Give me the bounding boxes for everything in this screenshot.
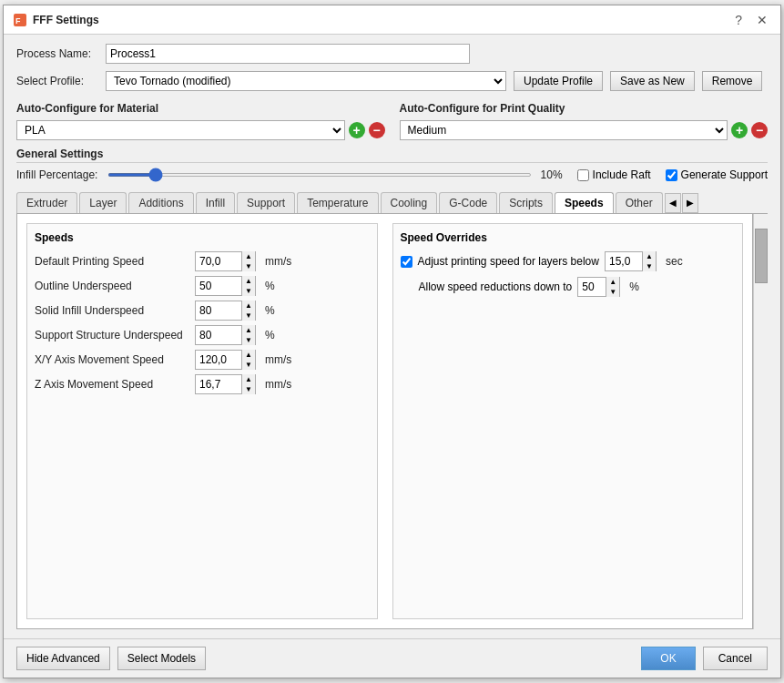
tab-gcode[interactable]: G-Code (439, 192, 497, 213)
tabs-bar: Extruder Layer Additions Infill Support … (16, 192, 768, 214)
tab-additions[interactable]: Additions (128, 192, 193, 213)
spin-up-2[interactable]: ▲ (242, 301, 255, 311)
speed-row-0: Default Printing Speed ▲ ▼ mm/s (35, 251, 370, 271)
overrides-panel: Speed Overrides Adjust printing speed fo… (392, 223, 744, 619)
help-button[interactable]: ? (731, 14, 746, 26)
speed-input-1[interactable] (196, 277, 241, 295)
tab-layer[interactable]: Layer (79, 192, 127, 213)
bottom-right-buttons: OK Cancel (641, 647, 768, 670)
material-remove-button[interactable]: − (369, 122, 385, 138)
speed-unit-5: mm/s (265, 378, 291, 391)
tab-prev-button[interactable]: ◀ (665, 193, 681, 213)
spin-up-0[interactable]: ▲ (242, 251, 255, 261)
scroll-thumb[interactable] (755, 229, 768, 283)
adjust-input[interactable] (606, 252, 642, 270)
adjust-unit: sec (666, 255, 683, 268)
tab-temperature[interactable]: Temperature (297, 192, 378, 213)
spin-up-4[interactable]: ▲ (242, 350, 255, 360)
speed-row-1: Outline Underspeed ▲ ▼ % (35, 276, 370, 296)
scrollbar[interactable] (753, 214, 768, 629)
tab-other[interactable]: Other (616, 192, 663, 213)
adjust-checkbox[interactable] (401, 256, 412, 268)
infill-row: Infill Percentage: 10% Include Raft Gene… (16, 168, 768, 181)
speed-input-wrap-2: ▲ ▼ (195, 301, 256, 321)
close-button[interactable]: ✕ (753, 14, 771, 26)
spin-down-3[interactable]: ▼ (242, 335, 255, 345)
auto-configure-row: Auto-Configure for Material PLA + − Auto… (16, 98, 768, 140)
generate-support-label: Generate Support (681, 168, 768, 181)
spin-down-0[interactable]: ▼ (242, 261, 255, 271)
allow-label: Allow speed reductions down to (419, 280, 573, 293)
tab-cooling[interactable]: Cooling (381, 192, 438, 213)
allow-spin: ▲ ▼ (606, 277, 619, 297)
overrides-title: Speed Overrides (401, 231, 736, 244)
adjust-spin-up[interactable]: ▲ (643, 251, 656, 261)
tab-extruder[interactable]: Extruder (16, 192, 77, 213)
spin-up-5[interactable]: ▲ (242, 374, 255, 384)
ok-button[interactable]: OK (641, 647, 695, 670)
dialog-title: FFF Settings (33, 14, 99, 26)
tab-speeds[interactable]: Speeds (555, 192, 614, 213)
quality-select[interactable]: Medium (400, 120, 728, 140)
speed-input-3[interactable] (196, 326, 241, 344)
spin-down-1[interactable]: ▼ (242, 286, 255, 296)
tab-next-button[interactable]: ▶ (682, 193, 698, 213)
material-select[interactable]: PLA (16, 120, 345, 140)
include-raft-checkbox[interactable] (577, 169, 589, 181)
allow-spin-down[interactable]: ▼ (606, 287, 619, 297)
material-add-button[interactable]: + (349, 122, 365, 138)
save-as-new-button[interactable]: Save as New (610, 71, 695, 91)
allow-input-wrap: ▲ ▼ (577, 277, 620, 297)
select-models-button[interactable]: Select Models (117, 647, 206, 670)
speed-input-2[interactable] (196, 301, 241, 320)
adjust-row: Adjust printing speed for layers below ▲… (401, 251, 736, 271)
spin-down-4[interactable]: ▼ (242, 360, 255, 370)
spin-up-3[interactable]: ▲ (242, 325, 255, 335)
speed-label-0: Default Printing Speed (35, 255, 189, 268)
process-name-input[interactable] (106, 44, 470, 64)
update-profile-button[interactable]: Update Profile (514, 71, 603, 91)
allow-spin-up[interactable]: ▲ (606, 277, 619, 287)
spin-down-5[interactable]: ▼ (242, 384, 255, 394)
quality-dropdown-row: Medium + − (400, 120, 769, 140)
remove-button[interactable]: Remove (702, 71, 763, 91)
spin-down-2[interactable]: ▼ (242, 311, 255, 321)
speed-input-0[interactable] (196, 252, 241, 270)
select-profile-row: Select Profile: Tevo Tornado (modified) … (16, 71, 768, 91)
adjust-spin-down[interactable]: ▼ (643, 261, 656, 271)
cancel-button[interactable]: Cancel (703, 647, 768, 670)
speed-row-3: Support Structure Underspeed ▲ ▼ % (35, 325, 370, 345)
tab-support[interactable]: Support (237, 192, 295, 213)
tab-infill[interactable]: Infill (196, 192, 235, 213)
spin-0: ▲ ▼ (241, 251, 255, 271)
profile-select[interactable]: Tevo Tornado (modified) (106, 71, 506, 91)
adjust-spin: ▲ ▼ (642, 251, 656, 271)
quality-remove-button[interactable]: − (751, 122, 768, 138)
spin-up-1[interactable]: ▲ (242, 276, 255, 286)
speed-input-wrap-1: ▲ ▼ (195, 276, 256, 296)
speed-input-5[interactable] (196, 375, 241, 393)
tabs-section: Extruder Layer Additions Infill Support … (16, 189, 768, 629)
speeds-panel: Speeds Default Printing Speed ▲ ▼ (26, 223, 378, 619)
hide-advanced-button[interactable]: Hide Advanced (16, 647, 110, 670)
allow-input[interactable] (578, 278, 606, 296)
speed-input-wrap-5: ▲ ▼ (195, 374, 256, 394)
select-profile-label: Select Profile: (16, 75, 98, 87)
speed-input-4[interactable] (196, 351, 241, 369)
quality-add-button[interactable]: + (731, 122, 748, 138)
infill-percent-display: 10% (541, 168, 568, 181)
allow-row: Allow speed reductions down to ▲ ▼ % (419, 277, 736, 297)
title-bar-controls: ? ✕ (731, 14, 771, 26)
generate-support-checkbox[interactable] (666, 169, 677, 181)
infill-slider[interactable] (107, 173, 532, 177)
speed-unit-4: mm/s (265, 353, 291, 366)
speed-row-5: Z Axis Movement Speed ▲ ▼ mm/s (35, 374, 370, 394)
speed-label-4: X/Y Axis Movement Speed (35, 353, 189, 366)
process-name-row: Process Name: (16, 44, 768, 64)
include-raft-label: Include Raft (593, 168, 651, 181)
fff-icon: F (13, 13, 27, 27)
checkbox-group: Include Raft Generate Support (577, 168, 768, 181)
spin-1: ▲ ▼ (241, 276, 255, 296)
adjust-input-wrap: ▲ ▼ (605, 251, 657, 271)
tab-scripts[interactable]: Scripts (499, 192, 553, 213)
